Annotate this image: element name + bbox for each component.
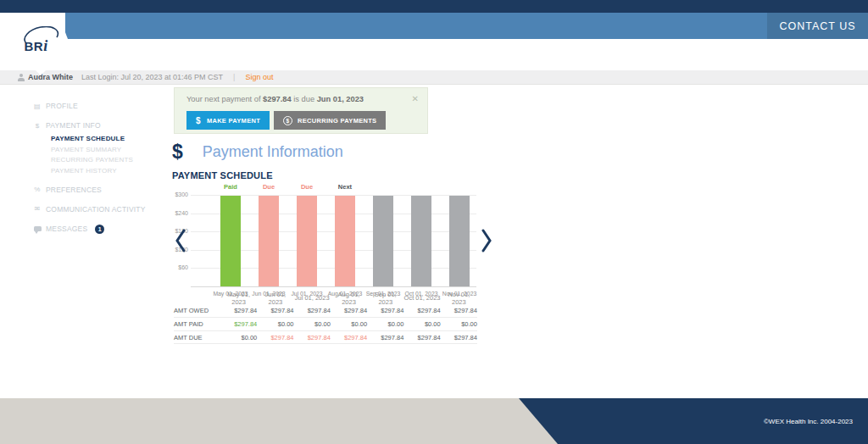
close-icon[interactable]: ✕	[412, 94, 419, 103]
chevron-right-icon[interactable]	[481, 228, 493, 253]
table-row-label: AMT OWED	[174, 307, 220, 314]
y-axis-tick: $60	[172, 264, 188, 270]
table-cell: $297.84	[403, 334, 440, 341]
dollar-icon: $	[172, 143, 183, 161]
table-cell: $0.00	[403, 320, 440, 328]
sidebar-item-payment-schedule[interactable]: PAYMENT SCHEDULE	[51, 135, 176, 142]
table-cell: $297.84	[367, 334, 403, 341]
sign-out-link[interactable]: Sign out	[245, 73, 273, 81]
table-cell: $297.84	[441, 307, 477, 314]
chart-bar	[335, 196, 355, 286]
sidebar-item-profile[interactable]: ▤ PROFILE	[32, 102, 176, 110]
bar-status-label: Paid	[212, 183, 250, 191]
recurring-payments-button[interactable]: $ RECURRING PAYMENTS	[274, 111, 386, 130]
payment-schedule-table: May 01, 2023Jun 01, 2023Jul 01, 2023Aug …	[174, 292, 477, 344]
sidebar-item-preferences[interactable]: % PREFERENCES	[32, 186, 176, 194]
contact-us-button[interactable]: CONTACT US	[767, 13, 868, 39]
table-cell: $297.84	[220, 320, 257, 328]
payment-schedule-chart: $300$240$180$120$60PaidMay 01, 2023DueJu…	[172, 180, 490, 308]
sidebar-item-payment-summary[interactable]: PAYMENT SUMMARY	[51, 146, 176, 153]
chart-bar	[411, 196, 431, 286]
table-header-cell: Oct 01, 2023	[403, 294, 440, 302]
table-cell: $0.00	[367, 320, 403, 328]
make-payment-button[interactable]: $ MAKE PAYMENT	[186, 111, 270, 130]
user-name: Audra White	[28, 73, 73, 81]
logo-notch	[36, 70, 46, 75]
sidebar: ▤ PROFILE $ PAYMENT INFO PAYMENT SCHEDUL…	[32, 102, 176, 234]
table-cell: $297.84	[367, 307, 403, 314]
table-cell: $297.84	[403, 307, 440, 314]
table-row: May 01, 2023Jun 01, 2023Jul 01, 2023Aug …	[174, 292, 477, 303]
bar-status-label: Due	[288, 183, 326, 191]
page-title: $ Payment Information	[172, 143, 343, 161]
sidebar-item-messages[interactable]: MESSAGES 1	[32, 225, 176, 234]
recurring-dollar-icon: $	[283, 116, 292, 125]
table-header-cell: Aug 01, 2023	[331, 291, 367, 306]
dollar-icon: $	[32, 122, 42, 130]
sidebar-item-label: MESSAGES	[46, 225, 87, 233]
table-header-cell: Jun 01, 2023	[257, 291, 293, 306]
table-row: AMT PAID$297.84$0.00$0.00$0.00$0.00$0.00…	[174, 317, 477, 330]
table-cell: $0.00	[257, 320, 293, 328]
chevron-left-icon[interactable]	[174, 228, 186, 253]
sidebar-item-label: COMMUNICATION ACTIVITY	[46, 205, 146, 214]
payment-schedule-heading: PAYMENT SCHEDULE	[172, 170, 273, 180]
table-row-label: AMT DUE	[174, 334, 220, 341]
copyright-text: ©WEX Health Inc. 2004-2023	[764, 418, 853, 425]
table-cell: $0.00	[331, 320, 367, 328]
sidebar-item-communication-activity[interactable]: ✉ COMMUNICATION ACTIVITY	[32, 205, 176, 214]
notification-text: Your next payment of $297.84 is due Jun …	[186, 95, 427, 103]
table-row-label: AMT PAID	[174, 320, 220, 328]
logo-text: BRi	[25, 37, 48, 55]
sidebar-item-payment-info[interactable]: $ PAYMENT INFO	[32, 121, 176, 130]
user-bar-divider: |	[233, 73, 235, 81]
envelope-icon: ✉	[32, 205, 42, 213]
table-row: AMT OWED$297.84$297.84$297.84$297.84$297…	[174, 303, 477, 317]
table-header-cell: Nov 01, 2023	[441, 291, 477, 306]
user-bar: Audra White Last Login: Jul 20, 2023 at …	[0, 70, 868, 85]
table-cell: $297.84	[257, 334, 293, 341]
footer: ©WEX Health Inc. 2004-2023	[519, 398, 868, 444]
notification-buttons: $ MAKE PAYMENT $ RECURRING PAYMENTS	[186, 111, 386, 130]
chart-bar	[259, 196, 279, 286]
sidebar-item-label: PAYMENT INFO	[46, 121, 101, 130]
y-axis-tick: $300	[172, 191, 188, 197]
chart-bar	[449, 196, 470, 286]
table-cell: $297.84	[331, 334, 367, 341]
chat-bubble-icon	[32, 225, 42, 233]
due-date: Jun 01, 2023	[317, 95, 364, 103]
table-cell: $297.84	[294, 307, 331, 314]
x-axis-line	[191, 286, 476, 287]
table-cell: $0.00	[220, 334, 257, 341]
sidebar-item-payment-history[interactable]: PAYMENT HISTORY	[51, 167, 176, 175]
chart-bar	[373, 196, 393, 286]
id-card-icon: ▤	[32, 103, 42, 110]
sidebar-item-label: PREFERENCES	[46, 186, 102, 194]
sidebar-item-label: PROFILE	[46, 102, 78, 110]
top-bar	[0, 0, 868, 13]
table-cell: $297.84	[220, 307, 257, 314]
bar-status-label: Next	[326, 183, 364, 191]
last-login: Last Login: Jul 20, 2023 at 01:46 PM CST	[81, 73, 223, 81]
chart-bar	[297, 196, 317, 286]
table-cell: $297.84	[257, 307, 293, 314]
y-axis-tick: $240	[172, 210, 188, 216]
table-header-cell: May 01, 2023	[220, 291, 257, 306]
dollar-icon: $	[196, 116, 201, 125]
page-title-text: Payment Information	[203, 143, 343, 161]
table-cell: $0.00	[441, 320, 477, 328]
table-cell: $0.00	[294, 320, 331, 328]
payment-info-submenu: PAYMENT SCHEDULE PAYMENT SUMMARY RECURRI…	[51, 135, 176, 175]
payment-amount: $297.84	[263, 95, 292, 103]
table-cell: $297.84	[331, 307, 367, 314]
percent-icon: %	[32, 186, 42, 193]
messages-count-badge: 1	[95, 225, 104, 234]
logo[interactable]: BRi	[17, 13, 65, 68]
table-header-cell: Sep 01, 2023	[367, 291, 403, 306]
chart-bar	[220, 196, 241, 286]
user-icon	[18, 74, 25, 81]
logo-inner: BRi	[23, 26, 60, 55]
sidebar-item-recurring-payments[interactable]: RECURRING PAYMENTS	[51, 156, 176, 164]
table-cell: $297.84	[294, 334, 331, 341]
table-row: AMT DUE$0.00$297.84$297.84$297.84$297.84…	[174, 330, 477, 344]
